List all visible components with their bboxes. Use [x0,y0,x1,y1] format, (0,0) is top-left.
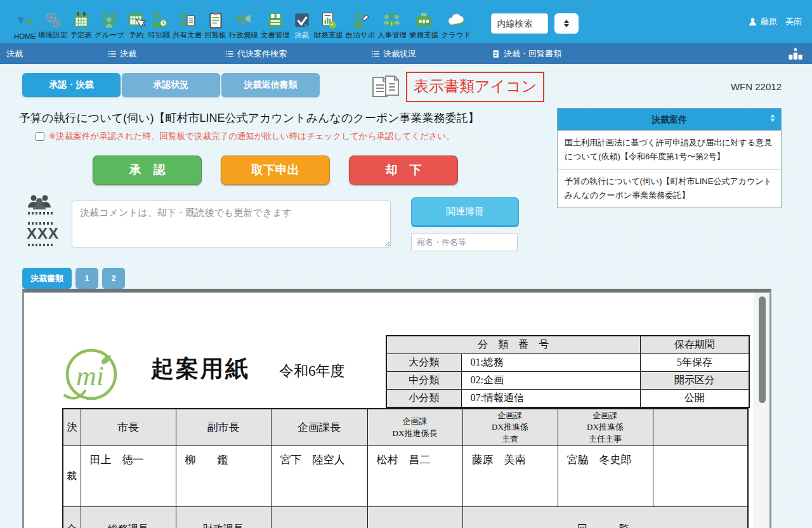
nav-item-approval-circulation-docs[interactable]: 決裁・回覧書類 [492,43,561,64]
chart-document-icon [319,11,338,30]
nav-item-label: 決裁状況 [383,43,416,64]
wfn-number: WFN 22012 [731,81,782,92]
toolbar-label: 予約 [129,30,143,40]
extension-search-input[interactable] [491,13,548,34]
tab-doc-1[interactable]: 1 [75,268,98,289]
route-header-cell [653,409,748,446]
route-side-label: 決 [63,409,81,446]
notify-on-complete-checkbox[interactable] [36,132,44,141]
approver-name-cell: 田上 徳一 [81,446,176,507]
case-list-item[interactable]: 予算の執行について(伺い)【町村市LINE公式アカウントみんなのクーポン事業業務… [558,169,781,208]
notify-checkbox-row: ※決裁案件が承認された時、回覧板で決裁完了の通知が欲しい時はチェックしてから承認… [36,131,455,142]
approval-route-table: 決 市長 副市長 企画課長 企画課 DX推進係長 企画課 DX推進係 主査 企画… [62,408,749,528]
class-row-label: 小分類 [386,390,461,408]
podium-star-icon [788,47,803,60]
pages-icon [370,74,401,100]
toolbar-label: 文書管理 [261,30,290,40]
nav-item-label: 決裁・回覧書類 [504,43,561,64]
addressee-subject-input[interactable] [411,233,518,251]
toolbar-item-finance[interactable]: 財務支援 [313,11,344,40]
person-clock-icon [150,11,169,30]
person-pen-icon [351,11,370,30]
related-books-button[interactable]: 関連簿冊 [411,197,519,226]
document-tabs: 決裁書類 1 2 [22,268,125,289]
approval-comment-textarea[interactable] [72,201,391,248]
tab-approval-documents[interactable]: 決裁書類 [22,268,72,289]
case-panel-header[interactable]: 決裁案件 [558,109,781,130]
case-title: 予算の執行について(伺い)【町村市LINE公式アカウントみんなのクーポン事業業務… [19,110,552,126]
circulation-cell: 回 覧 [462,507,748,528]
toolbar-item-schedule[interactable]: 予定表 [69,11,94,40]
toolbar-item-hr[interactable]: 人事管理 [376,11,408,40]
nav-item-approval[interactable]: 決裁 [108,43,136,64]
nav-item-approval-status[interactable]: 決裁状況 [371,43,416,64]
nav-item-label: 決裁 [120,43,136,64]
approver-name-cell [653,446,748,507]
approval-navbar: 決裁 決裁 代決案件検索 決裁状況 決裁・回覧書類 [0,43,812,64]
draft-document-page: 起案用紙 令和6年度 分 類 番 号 保存期間 大分類 01:総務 5年保存 中… [24,293,754,528]
reject-button[interactable]: 却 下 [349,155,458,185]
toolbar-item-home[interactable]: HOME [13,13,37,40]
toolbar-label: 環境設定 [39,30,68,40]
toolbar-label: 回覧板 [204,30,226,40]
view-tabs: 承認・決裁 承認状況 決裁返信書類 [22,73,320,97]
nav-item-label: 代決案件検索 [237,43,287,64]
route-header-cell: 企画課 DX推進係長 [367,409,462,446]
chevron-down-icon [564,24,569,27]
chevron-up-icon [564,20,569,23]
toolbar-item-municipal-support[interactable]: 自治サポ [344,11,377,40]
toolbar-item-bulletin[interactable]: 回覧板 [203,11,228,40]
toolbar-item-approval[interactable]: 決裁 [291,11,313,40]
approver-name-cell: 宮脇 冬史郎 [558,446,653,507]
current-user[interactable]: 藤原 美南 [748,16,802,27]
clipboard-icon [206,11,225,30]
case-list-item[interactable]: 国土利用計画法に基づく許可申請及び届出に対する意見について(依頼)【令和6年度第… [558,130,781,169]
ranking-podium-button[interactable] [788,43,803,64]
toolbar-item-cloud[interactable]: クラウド [440,11,472,40]
toolbar-item-executives[interactable]: 特別職 [147,11,172,40]
group-icon [100,11,119,30]
toolbar-item-doc-management[interactable]: 文書管理 [259,11,291,40]
document-icon [492,50,501,58]
notify-notice-text: ※決裁案件が承認された時、回覧板で決裁完了の通知が欲しい時はチェックしてから承認… [49,131,455,142]
disclosure-value: 公開 [640,390,749,408]
toolbar-item-business-support[interactable]: 業務支援 [408,11,440,40]
list-icon [108,50,117,58]
approval-case-panel: 決裁案件 国土利用計画法に基づく許可申請及び届出に対する意見について(依頼)【令… [557,108,782,208]
search-scope-select[interactable] [554,13,579,34]
display-documents-button[interactable] [370,74,401,103]
tab-approval-reply-docs[interactable]: 決裁返信書類 [221,73,320,97]
toolbar-label: 特別職 [148,30,171,40]
approve-button[interactable]: 承 認 [93,155,202,185]
toolbar-label: クラウド [441,30,471,40]
route-header-cell: 副市長 [176,409,271,446]
tab-approve-decide[interactable]: 承認・決裁 [22,73,121,97]
toolbar-search-area [491,13,579,34]
user-name: 藤原 美南 [761,16,802,27]
tab-approval-status[interactable]: 承認状況 [122,73,220,97]
home-icon [15,13,34,32]
toolbar-item-reservation[interactable]: 予約 [126,11,147,40]
tab-doc-2[interactable]: 2 [102,268,125,289]
document-cabinet-icon [266,11,285,30]
app-screen: HOME 環境設定 予定表 グループ 予約 特別職 共有文書 回覧板 行政無線 … [0,0,812,528]
toolbar-label: グループ [95,30,124,40]
fiscal-year: 令和6年度 [279,361,345,381]
viewer-scrollbar-thumb[interactable] [759,296,766,403]
toolbar-item-wireless[interactable]: 行政無線 [228,11,259,40]
approver-name-cell: 宮下 陸空人 [271,446,367,507]
person-icon [748,17,757,27]
toolbar-label: 予定表 [70,30,93,40]
nav-item-proxy-case-search[interactable]: 代決案件検索 [225,43,287,64]
toolbar-item-shared-docs[interactable]: 共有文書 [171,11,203,40]
class-number-header: 分 類 番 号 [386,336,640,354]
route-side-label: 裁 [63,446,81,507]
display-documents-annotation: 表示書類アイコン [406,72,544,102]
loudspeaker-icon [234,11,253,30]
toolbar-item-settings[interactable]: 環境設定 [37,11,69,40]
toolbar-item-group[interactable]: グループ [93,11,126,40]
top-toolbar: HOME 環境設定 予定表 グループ 予約 特別職 共有文書 回覧板 行政無線 … [0,0,812,43]
withdraw-button[interactable]: 取下申出 [221,155,330,185]
class-row-value: 02:企画 [461,372,640,390]
toolbar-label: 人事管理 [377,30,407,40]
